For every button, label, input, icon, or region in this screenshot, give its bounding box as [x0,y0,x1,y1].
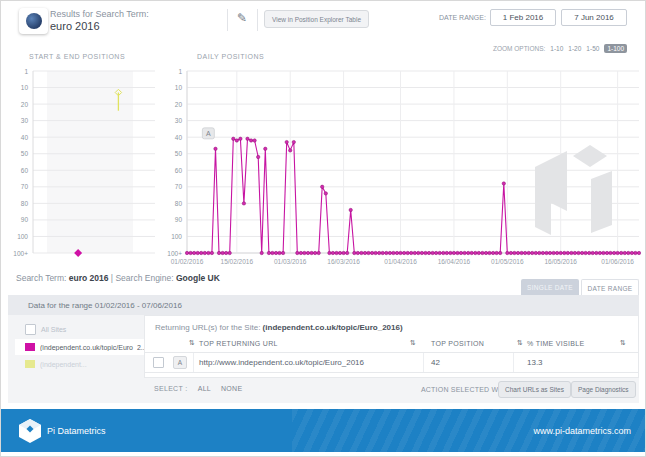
row-url[interactable]: http://www.independent.co.uk/topic/Euro_… [199,358,364,367]
zoom-option-1-50[interactable]: 1-50 [586,45,599,52]
col-time-visible[interactable]: % TIME VISIBLE [527,340,584,347]
divider [423,353,424,372]
returning-urls-title-prefix: Returning URL(s) for the Site: [155,323,260,332]
svg-text:16/03/2016: 16/03/2016 [327,258,360,265]
view-position-explorer-button[interactable]: View in Position Explorer Table [264,10,369,28]
svg-text:90: 90 [175,216,183,223]
start-end-positions-title: START & END POSITIONS [29,53,125,60]
pi-datametrics-logo-icon [17,418,43,444]
select-all-link[interactable]: ALL [198,385,211,392]
edit-pencil-icon[interactable]: ✎ [237,11,247,25]
svg-text:16/05/2016: 16/05/2016 [544,258,577,265]
svg-text:100+: 100+ [13,250,28,257]
svg-text:1: 1 [24,68,28,75]
chart-urls-as-sites-button[interactable]: Chart URLs as Sites [498,381,571,398]
svg-text:40: 40 [175,134,183,141]
zoom-option-1-20[interactable]: 1-20 [568,45,581,52]
svg-text:70: 70 [175,183,183,190]
data-range-text: Data for the range 01/02/2016 - 07/06/20… [28,301,182,310]
svg-text:01/03/2016: 01/03/2016 [274,258,307,265]
svg-text:50: 50 [175,150,183,157]
svg-text:01/04/2016: 01/04/2016 [384,258,417,265]
select-label: SELECT : [154,385,187,392]
svg-text:50: 50 [21,150,29,157]
svg-text:90: 90 [21,216,29,223]
sort-icon-position-left[interactable]: ⇅ [410,339,416,347]
divider [145,352,638,353]
svg-text:15/02/2016: 15/02/2016 [221,258,254,265]
select-none-link[interactable]: NONE [221,385,242,392]
svg-text:01/05/2016: 01/05/2016 [491,258,524,265]
search-engine-value: Google UK [176,273,220,283]
independent-label: (independent... [40,361,87,368]
svg-text:10: 10 [21,84,29,91]
row-checkbox[interactable] [153,357,164,368]
lower-panel: All Sites (independent.co.uk/topic/Euro_… [8,315,639,403]
svg-text:100+: 100+ [167,250,182,257]
zoom-options: ZOOM OPTIONS: 1-10 1-20 1-50 1-100 [493,44,627,53]
pi-datametrics-page: Results for Search Term: euro 2016 ✎ Vie… [0,0,646,457]
sort-icon-visible-left[interactable]: ⇅ [517,339,523,347]
svg-text:01/06/2016: 01/06/2016 [601,258,634,265]
search-summary-line: Search Term: euro 2016 | Search Engine: … [16,273,220,283]
svg-text:30: 30 [175,117,183,124]
page-diagnostics-button[interactable]: Page Diagnostics [571,381,636,398]
all-sites-checkbox[interactable] [25,324,36,335]
svg-text:30: 30 [21,117,29,124]
footer-brand-text: Pi Datametrics [47,426,106,436]
date-range-label: DATE RANGE: [439,14,486,21]
svg-text:70: 70 [21,183,29,190]
magenta-site-swatch [25,343,35,351]
zoom-option-1-10[interactable]: 1-10 [550,45,563,52]
sidebar-item-independent-topic[interactable]: (independent.co.uk/topic/Euro_2... [15,339,151,355]
chart-annotation-a[interactable]: A [202,128,214,139]
data-range-bar: Data for the range 01/02/2016 - 07/06/20… [8,295,639,315]
footer-url-link[interactable]: www.pi-datametrics.com [533,426,631,436]
divider [513,353,514,372]
yellow-site-swatch [25,360,35,368]
search-term-title: euro 2016 [50,20,100,32]
sort-icon-visible-right[interactable]: ⇅ [620,339,626,347]
divider [257,9,258,31]
zoom-options-label: ZOOM OPTIONS: [493,45,545,52]
returning-urls-panel: Returning URL(s) for the Site: (independ… [144,315,639,378]
tab-date-range[interactable]: DATE RANGE [581,279,639,296]
independent-topic-label: (independent.co.uk/topic/Euro_2... [40,344,147,351]
svg-text:80: 80 [21,200,29,207]
svg-text:20: 20 [21,101,29,108]
divider [193,353,194,372]
col-top-returning-url[interactable]: TOP RETURNING URL [199,340,278,347]
annotation-a-badge[interactable]: A [173,356,187,369]
svg-text:100: 100 [17,233,28,240]
results-for-label: Results for Search Term: [50,9,149,19]
select-row: SELECT : ALL NONE [154,385,242,392]
daily-positions-chart[interactable]: 1102030405060708090100100+01/02/201615/0… [157,65,645,271]
date-to-input[interactable]: 7 Jun 2016 [561,9,627,26]
svg-text:20: 20 [175,101,183,108]
svg-text:100: 100 [171,233,182,240]
search-term-value: euro 2016 [69,273,109,283]
row-top-position: 42 [431,358,440,367]
divider [227,9,228,31]
svg-text:16/04/2016: 16/04/2016 [438,258,471,265]
start-end-positions-chart: 1102030405060708090100100+ [7,65,157,271]
svg-text:01/02/2016: 01/02/2016 [171,258,204,265]
date-from-input[interactable]: 1 Feb 2016 [490,9,556,26]
row-time-visible: 13.3 [527,358,543,367]
search-engine-label: Search Engine: [115,273,173,283]
sort-icon-url[interactable]: ⇅ [189,339,195,347]
sidebar-item-independent[interactable]: (independent... [25,360,87,368]
tab-single-date[interactable]: SINGLE DATE [521,279,579,295]
zoom-option-1-100-selected[interactable]: 1-100 [604,44,627,53]
returning-urls-title-site: (independent.co.uk/topic/Euro_2016) [263,323,403,332]
col-top-position[interactable]: TOP POSITION [431,340,484,347]
svg-text:60: 60 [21,167,29,174]
svg-text:80: 80 [175,200,183,207]
svg-text:10: 10 [175,84,183,91]
returning-urls-title: Returning URL(s) for the Site: (independ… [155,323,403,332]
separator: | [111,273,113,283]
sidebar-item-all-sites[interactable]: All Sites [25,324,66,335]
search-term-label: Search Term: [16,273,66,283]
all-sites-label: All Sites [41,326,66,333]
svg-text:60: 60 [175,167,183,174]
